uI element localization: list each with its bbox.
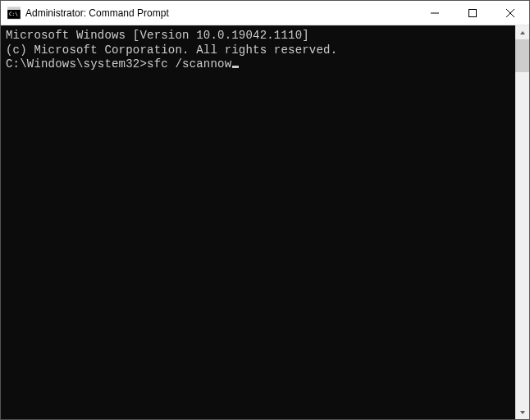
titlebar[interactable]: C:\ Administrator: Command Prompt <box>1 1 529 25</box>
cmd-icon: C:\ <box>7 7 21 20</box>
maximize-button[interactable] <box>454 1 491 25</box>
prompt-line: C:\Windows\system32>sfc /scannow <box>6 57 510 72</box>
svg-marker-8 <box>520 411 525 414</box>
version-line: Microsoft Windows [Version 10.0.19042.11… <box>6 29 510 43</box>
window-title: Administrator: Command Prompt <box>25 7 416 19</box>
scrollbar-thumb[interactable] <box>515 39 529 72</box>
copyright-line: (c) Microsoft Corporation. All rights re… <box>6 43 510 58</box>
terminal-area: Microsoft Windows [Version 10.0.19042.11… <box>1 25 529 419</box>
svg-marker-7 <box>520 31 525 34</box>
cursor <box>232 66 239 68</box>
vertical-scrollbar[interactable] <box>515 25 529 419</box>
svg-rect-4 <box>469 9 477 16</box>
command-prompt-window: C:\ Administrator: Command Prompt Micros… <box>0 0 530 420</box>
scrollbar-track[interactable] <box>515 39 529 405</box>
svg-text:C:\: C:\ <box>9 11 18 16</box>
scroll-down-button[interactable] <box>515 405 529 419</box>
minimize-button[interactable] <box>416 1 454 25</box>
command-input[interactable]: sfc /scannow <box>147 57 231 72</box>
window-controls <box>416 1 529 25</box>
svg-rect-1 <box>7 7 21 10</box>
close-button[interactable] <box>491 1 529 25</box>
prompt-text: C:\Windows\system32> <box>6 57 147 72</box>
terminal-output[interactable]: Microsoft Windows [Version 10.0.19042.11… <box>1 25 515 419</box>
scroll-up-button[interactable] <box>515 25 529 39</box>
